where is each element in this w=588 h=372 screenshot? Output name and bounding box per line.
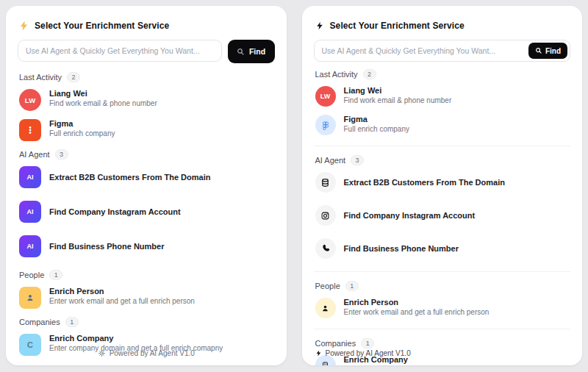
section-label: People: [315, 282, 340, 290]
section-divider: [314, 329, 571, 329]
section-label: Companies: [315, 339, 356, 348]
footer-text: Powered by AI Agent V1.0: [110, 349, 195, 357]
list-item-enrich-person[interactable]: Enrich Person Enter work email and get a…: [315, 298, 571, 318]
gear-icon: [98, 349, 106, 357]
person-icon: [19, 287, 41, 309]
instagram-icon: [315, 205, 336, 226]
section-count-badge: 1: [361, 338, 374, 348]
list-item-figma[interactable]: Figma Full enrich company: [19, 119, 275, 141]
item-subtitle: Enter work email and get a full enrich p…: [344, 308, 490, 316]
section-people: People 1: [19, 270, 275, 280]
item-title: Figma: [49, 119, 115, 128]
section-count-badge: 2: [363, 69, 376, 79]
find-button[interactable]: Find: [528, 43, 567, 59]
avatar: LW: [315, 86, 336, 107]
item-subtitle: Full enrich company: [49, 129, 115, 137]
list-item-extract-b2b[interactable]: Extract B2B Customers From The Domain: [315, 172, 571, 193]
item-title: Liang Wei: [49, 89, 157, 98]
list-item-liang-wei[interactable]: LW Liang Wei Find work email & phone num…: [315, 86, 571, 107]
section-companies: Companies 1: [315, 338, 571, 348]
list-item-instagram[interactable]: Find Company Instagram Account: [315, 205, 571, 226]
section-people: People 1: [315, 281, 571, 291]
section-ai-agent: AI Agent 3: [19, 149, 275, 160]
section-label: Last Activity: [19, 73, 62, 82]
item-title: Find Company Instagram Account: [49, 207, 181, 216]
ai-agent-icon: AI: [19, 201, 41, 223]
search-icon: [237, 48, 245, 56]
section-label: AI Agent: [315, 156, 346, 165]
item-title: Liang Wei: [344, 86, 452, 95]
section-count-badge: 3: [55, 149, 68, 160]
lightning-bolt-icon: [315, 21, 324, 31]
item-title: Enrich Company: [49, 334, 223, 343]
section-count-badge: 1: [49, 270, 62, 280]
section-last-activity: Last Activity 2: [19, 72, 275, 82]
avatar: LW: [19, 89, 41, 111]
list-item-phone[interactable]: Find Business Phone Number: [315, 238, 571, 259]
section-last-activity: Last Activity 2: [315, 69, 571, 79]
list-item-figma[interactable]: Figma Full enrich company: [315, 115, 571, 135]
item-subtitle: Find work email & phone number: [49, 99, 157, 107]
footer: Powered by AI Agent V1.0: [6, 349, 287, 357]
item-title: Extract B2B Customers From The Domain: [344, 178, 505, 187]
page-background: Select Your Enrichment Service Find Last…: [0, 0, 588, 372]
item-title: Find Company Instagram Account: [344, 211, 476, 220]
panel-title: Select Your Enrichment Service: [35, 21, 169, 31]
section-label: Last Activity: [315, 70, 358, 79]
database-icon: [315, 172, 336, 193]
section-label: Companies: [19, 318, 60, 326]
section-ai-agent: AI Agent 3: [315, 155, 571, 165]
lightning-bolt-icon: [19, 21, 29, 31]
item-subtitle: Find work email & phone number: [344, 96, 452, 104]
phone-icon: [315, 238, 336, 259]
ai-agent-icon: AI: [19, 166, 41, 188]
section-count-badge: 1: [345, 281, 359, 291]
person-icon: [315, 298, 336, 318]
search-icon: [535, 47, 542, 54]
item-title: Enrich Person: [344, 298, 490, 307]
footer-text: Powered by AI Agent V1.0: [326, 349, 411, 357]
section-count-badge: 2: [67, 72, 80, 82]
enrichment-panel-left: Select Your Enrichment Service Find Last…: [6, 6, 287, 365]
list-item-extract-b2b[interactable]: AI Extract B2B Customers From The Domain: [19, 166, 275, 188]
item-title: Figma: [344, 115, 409, 124]
section-count-badge: 3: [351, 155, 364, 165]
section-count-badge: 1: [65, 317, 79, 327]
item-subtitle: Enter work email and get a full enrich p…: [49, 297, 195, 305]
find-button-label: Find: [545, 47, 561, 55]
item-title: Enrich Person: [49, 287, 195, 296]
section-companies: Companies 1: [19, 317, 275, 327]
item-subtitle: Full enrich company: [344, 125, 409, 133]
find-button[interactable]: Find: [228, 40, 275, 63]
panel-title: Select Your Enrichment Service: [330, 21, 465, 31]
section-divider: [314, 146, 571, 146]
list-item-phone[interactable]: AI Find Business Phone Number: [19, 235, 275, 257]
enrichment-panel-right: Select Your Enrichment Service Find Last…: [302, 6, 583, 365]
figma-icon: [19, 119, 41, 141]
item-title: Extract B2B Customers From The Domain: [49, 173, 210, 182]
list-item-enrich-person[interactable]: Enrich Person Enter work email and get a…: [19, 287, 275, 309]
find-button-label: Find: [249, 47, 265, 56]
figma-icon: [315, 115, 336, 135]
ai-agent-icon: AI: [19, 235, 41, 257]
section-divider: [314, 271, 571, 272]
list-item-instagram[interactable]: AI Find Company Instagram Account: [19, 201, 275, 223]
section-label: AI Agent: [19, 150, 50, 159]
section-label: People: [19, 271, 44, 279]
footer: Powered by AI Agent V1.0: [315, 349, 411, 357]
panel-header: Select Your Enrichment Service: [19, 21, 275, 31]
search-input[interactable]: [18, 40, 222, 62]
panel-header: Select Your Enrichment Service: [315, 21, 571, 31]
item-title: Find Business Phone Number: [344, 244, 459, 253]
search-bar: Find: [18, 40, 275, 63]
list-item-liang-wei[interactable]: LW Liang Wei Find work email & phone num…: [19, 89, 275, 111]
item-title: Find Business Phone Number: [49, 242, 164, 251]
lightning-bolt-icon: [315, 349, 322, 357]
search-bar: Find: [314, 40, 571, 62]
